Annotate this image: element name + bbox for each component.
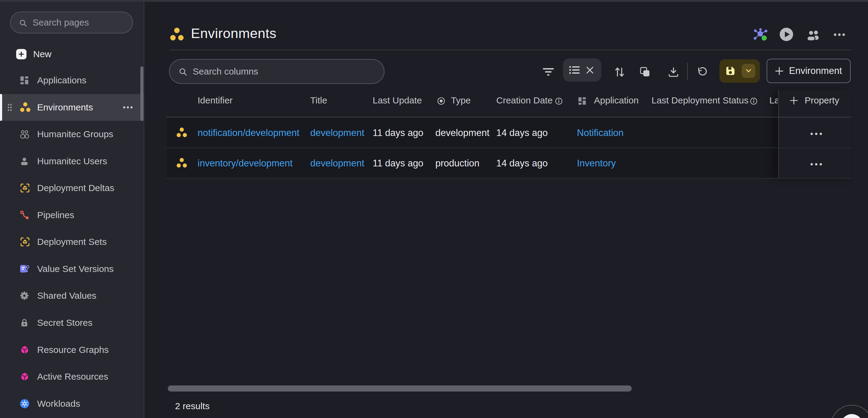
info-icon[interactable] [750,97,758,105]
new-button[interactable]: New [0,48,144,60]
play-icon[interactable] [779,27,794,41]
add-environment-label: Environment [789,65,842,76]
column-header-title[interactable]: Title [310,95,327,105]
row-last-update: 11 days ago [373,158,424,169]
more-menu-icon[interactable] [833,33,845,36]
download-icon[interactable] [668,67,679,77]
row-menu-icon[interactable] [807,129,826,139]
row-title-link[interactable]: development [310,158,365,169]
help-icon: ? [841,414,863,418]
page-title: Environments [191,26,276,41]
pipelines-icon [20,210,30,220]
groups-icon [20,130,30,139]
row-divider [166,148,851,148]
table-search[interactable] [169,59,384,84]
environments-icon [176,127,187,138]
view-mode-chip[interactable] [563,58,601,82]
search-pages-input[interactable] [33,12,130,33]
cube-icon [20,372,30,382]
deployment-delta-icon [20,183,30,193]
filter-icon[interactable] [542,68,554,77]
add-environment-button[interactable]: Environment [767,59,850,83]
kubernetes-icon [20,399,30,409]
close-icon[interactable] [586,66,594,74]
help-button[interactable]: ? [831,405,868,418]
horizontal-scrollbar[interactable] [168,385,632,391]
item-menu-icon[interactable] [123,106,133,109]
sidebar-item-applications[interactable]: Applications [0,67,144,94]
gear-icon [20,291,29,300]
sidebar-item-secret-stores[interactable]: Secret Stores [0,310,144,336]
column-header-type[interactable]: Type [451,95,471,105]
column-header-truncated[interactable]: La [769,95,778,105]
column-header-identifier[interactable]: Identifier [197,95,232,105]
user-icon [20,157,29,166]
plus-icon [775,67,783,75]
row-identifier-link[interactable]: notification/development [197,127,299,138]
sidebar-item-environments[interactable]: Environments [0,94,144,121]
deployment-set-icon [20,237,30,247]
save-icon [724,65,736,77]
sidebar-item-active-resources[interactable]: Active Resources [0,363,144,390]
sidebar-item-value-set-versions[interactable]: Value Set Versions [0,256,144,282]
sidebar: New Applications Environments Humanitec … [0,0,144,418]
sidebar-item-deployment-sets[interactable]: Deployment Sets [0,228,144,255]
results-count: 2 results [175,401,210,411]
environments-icon [176,158,187,168]
row-application-link[interactable]: Inventory [577,158,616,169]
users-icon[interactable] [806,30,822,41]
search-icon [179,68,187,76]
add-property-button[interactable]: Property [805,95,839,105]
sidebar-item-shared-values[interactable]: Shared Values [0,282,144,309]
sidebar-item-humanitec-users[interactable]: Humanitec Users [0,148,144,174]
toolbar-divider [687,63,688,80]
sort-icon[interactable] [614,66,625,78]
row-application-link[interactable]: Notification [577,127,623,138]
radio-icon [437,97,445,105]
row-creation-date: 14 days ago [496,127,548,138]
sidebar-item-workloads[interactable]: Workloads [0,390,144,417]
row-title-link[interactable]: development [310,127,365,138]
sidebar-item-pipelines[interactable]: Pipelines [0,202,144,228]
new-button-label: New [33,49,52,59]
row-type: production [435,158,479,169]
row-last-update: 11 days ago [373,127,424,138]
active-page-indicator [0,94,2,121]
copy-icon[interactable] [640,67,651,77]
app-window: New Applications Environments Humanitec … [0,0,868,418]
header-divider [169,50,851,50]
drag-handle-icon[interactable] [7,103,12,111]
sidebar-scrollbar[interactable] [141,66,144,121]
environments-icon [169,27,184,42]
search-columns-input[interactable] [193,60,375,83]
applications-icon [578,97,586,105]
row-identifier-link[interactable]: inventory/development [197,158,292,169]
row-type: development [435,127,490,138]
sidebar-item-humanitec-groups[interactable]: Humanitec Groups [0,121,144,148]
sidebar-search[interactable] [10,11,133,33]
sidebar-item-deployment-deltas[interactable]: Deployment Deltas [0,174,144,201]
info-icon[interactable] [555,97,563,105]
value-set-versions-icon [20,264,30,274]
environments-icon [20,102,31,113]
applications-icon [20,76,29,85]
column-header-creation-date[interactable]: Creation Date [496,95,553,105]
save-dropdown-button[interactable] [742,64,755,78]
undo-icon[interactable] [696,66,708,77]
search-icon [19,19,27,27]
column-header-application[interactable]: Application [594,95,639,105]
list-view-icon [569,66,580,74]
header-bottom-border [166,117,851,118]
plus-icon [16,49,27,59]
column-header-last-deployment-status[interactable]: Last Deployment Status [652,95,749,105]
plus-icon[interactable] [790,96,798,105]
row-creation-date: 14 days ago [496,158,548,169]
row-divider [166,178,851,179]
save-view-button[interactable] [719,59,760,83]
sidebar-item-resource-graphs[interactable]: Resource Graphs [0,336,144,363]
cube-icon [20,345,30,355]
row-menu-icon[interactable] [807,159,826,169]
column-header-last-update[interactable]: Last Update [373,95,422,105]
chevron-down-icon [746,69,751,73]
resource-graph-icon[interactable] [753,28,768,41]
